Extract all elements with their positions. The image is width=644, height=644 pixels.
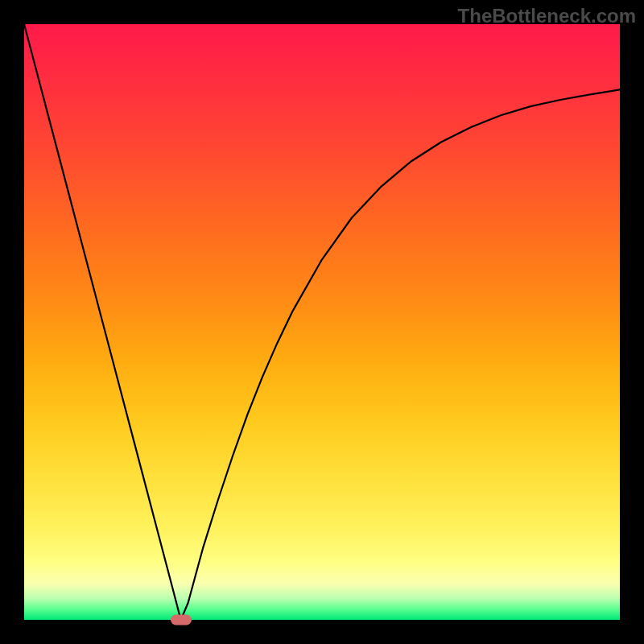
bottleneck-curve <box>24 24 620 620</box>
watermark-label: TheBottleneck.com <box>458 5 636 27</box>
minimum-marker <box>171 615 192 625</box>
chart-plot-area <box>24 24 620 620</box>
chart-outer-frame: TheBottleneck.com <box>0 0 644 644</box>
